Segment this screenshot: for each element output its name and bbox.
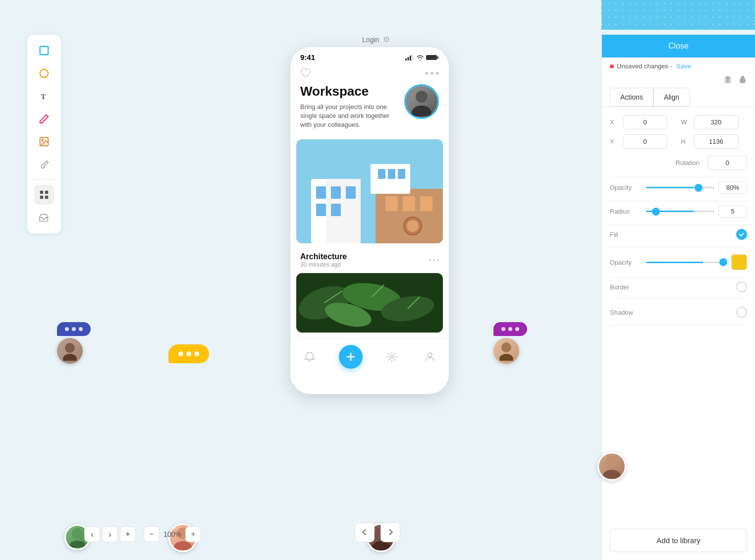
nav-forward-btn[interactable] (380, 522, 400, 542)
mock-card-footer: Architecture 30 minutes ago (290, 247, 449, 273)
mock-dots[interactable] (425, 72, 439, 75)
mock-bottom-nav (290, 338, 449, 375)
zoom-plus-btn[interactable]: + (185, 526, 201, 542)
add-view-btn[interactable]: + (120, 526, 136, 542)
nav-chevrons: ‹ › + (84, 526, 136, 542)
x-input[interactable] (623, 115, 667, 129)
leaf-image (296, 273, 443, 333)
svg-point-46 (428, 353, 432, 357)
signal-icon (405, 55, 414, 60)
svg-rect-22 (346, 186, 356, 199)
svg-rect-7 (40, 196, 43, 199)
mock-nav-add[interactable] (339, 345, 363, 369)
zoom-minus-btn[interactable]: − (144, 526, 160, 542)
chevron-left-btn[interactable]: ‹ (84, 526, 100, 542)
fill-label: Fill (610, 231, 618, 238)
person-avatar-1 (57, 338, 83, 364)
avatar-woman-right[interactable] (597, 452, 626, 481)
tab-actions[interactable]: Actions (610, 88, 653, 107)
w-input[interactable] (694, 115, 739, 129)
opacity2-slider[interactable] (646, 262, 727, 263)
rotation-label: Rotation (676, 159, 700, 167)
svg-text:T: T (41, 93, 46, 101)
mock-card-more[interactable] (429, 259, 439, 261)
comment-bubble-purple (493, 322, 527, 364)
square-icon[interactable] (34, 41, 54, 60)
mock-title: Workspace (300, 84, 398, 99)
mock-image-card (296, 139, 443, 243)
opacity-row: Opacity (610, 181, 747, 194)
tab-align[interactable]: Align (653, 88, 690, 107)
opacity-value[interactable] (718, 181, 747, 194)
radius-value[interactable] (718, 205, 747, 218)
h-input[interactable] (694, 134, 739, 149)
zoom-level: 100% (163, 530, 181, 538)
purple-bubble-msg (493, 322, 527, 336)
image-icon[interactable] (34, 132, 54, 152)
svg-point-30 (407, 220, 419, 232)
add-to-library-button[interactable]: Add to library (610, 529, 747, 552)
svg-point-1 (40, 69, 49, 78)
grid-icon[interactable] (34, 185, 54, 205)
architecture-image (296, 139, 443, 243)
text-icon[interactable]: T (34, 86, 54, 106)
h-field: H (681, 134, 748, 149)
circle-icon[interactable] (34, 63, 54, 83)
screen-gear-icon[interactable]: ⚙ (383, 35, 390, 44)
mock-nav-settings[interactable] (383, 348, 401, 366)
svg-rect-23 (316, 204, 326, 216)
svg-rect-33 (388, 169, 395, 179)
color-swatch[interactable] (731, 254, 747, 270)
y-input[interactable] (623, 134, 667, 149)
opacity2-label: Opacity (610, 259, 642, 266)
mock-nav-profile[interactable] (421, 348, 439, 366)
svg-point-50 (499, 354, 513, 361)
svg-rect-11 (410, 56, 411, 60)
border-toggle[interactable] (736, 281, 747, 292)
mock-leaf-image (296, 273, 443, 333)
y-label: Y (610, 138, 620, 145)
battery-icon (426, 54, 439, 61)
icon-row (602, 75, 755, 88)
heart-icon[interactable] (300, 68, 311, 78)
brush-icon[interactable] (34, 155, 54, 174)
right-panel: Close Unsaved changes - Save Actions Ali… (601, 35, 755, 560)
chevron-right-btn[interactable]: › (102, 526, 118, 542)
rotation-input[interactable] (707, 156, 747, 170)
w-label: W (681, 118, 691, 126)
save-link[interactable]: Save (676, 62, 691, 70)
divider-1 (610, 177, 747, 177)
comment-bubble-blue (57, 322, 91, 364)
x-label: X (610, 118, 620, 126)
mock-nav-bell[interactable] (301, 348, 319, 366)
inbox-icon[interactable] (34, 208, 54, 227)
zoom-controls: ‹ › + − 100% + (84, 526, 201, 542)
radius-slider[interactable] (646, 211, 714, 212)
mock-time: 9:41 (300, 53, 315, 61)
rotation-row: Rotation (610, 156, 747, 170)
trash-icon[interactable] (723, 75, 732, 84)
fill-toggle[interactable] (736, 229, 747, 240)
check-icon (739, 231, 745, 237)
close-button[interactable]: Close (602, 35, 755, 57)
h-label: H (681, 138, 691, 145)
screen-label: Login ⚙ (362, 35, 390, 44)
lock-icon[interactable] (738, 75, 747, 84)
pencil-icon[interactable] (34, 109, 54, 129)
shadow-row: Shadow (610, 307, 747, 325)
svg-point-52 (69, 541, 85, 548)
mock-heart-row (290, 64, 449, 78)
border-label: Border (610, 283, 629, 291)
unsaved-dot (610, 64, 614, 68)
border-row: Border (610, 281, 747, 300)
svg-rect-24 (331, 204, 341, 216)
nav-back-btn[interactable] (355, 522, 375, 542)
svg-rect-8 (45, 196, 48, 199)
radius-row: Radius (610, 205, 747, 218)
shadow-toggle[interactable] (736, 307, 747, 318)
person-avatar-2 (493, 338, 519, 364)
avatar-person-icon (407, 87, 436, 116)
screen-name: Login (362, 36, 379, 44)
opacity-slider[interactable] (646, 187, 714, 188)
svg-point-48 (63, 354, 77, 361)
